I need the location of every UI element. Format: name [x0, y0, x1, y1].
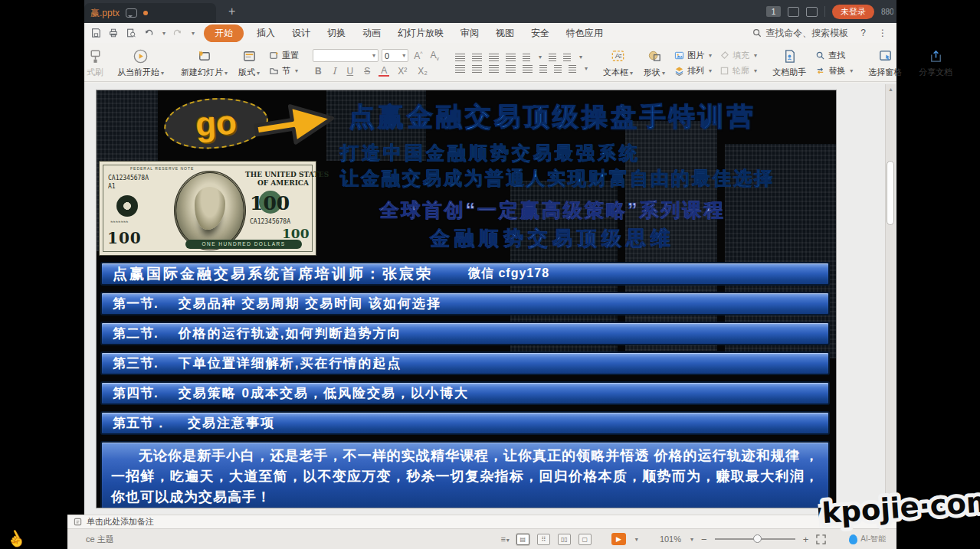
- redo-icon[interactable]: [172, 28, 183, 38]
- section-bar-3[interactable]: 第三节. 下单位置详细解析,买在行情的起点: [100, 351, 830, 375]
- paragraph-settings-icon[interactable]: [569, 65, 576, 73]
- distribute-icon[interactable]: [523, 65, 533, 73]
- undo-icon[interactable]: [143, 28, 154, 38]
- arrange-button[interactable]: 排列▾: [674, 65, 712, 77]
- subscript-button[interactable]: X₂: [415, 66, 430, 77]
- zoom-out-button[interactable]: −: [701, 534, 707, 545]
- summary-box[interactable]: 无论你是新手小白，还是老手，不一样的实战精华课程，让你真正的领略并悟透 价格的运…: [100, 441, 830, 508]
- format-painter-button[interactable]: 式刷: [84, 44, 106, 81]
- zoom-slider-knob[interactable]: [753, 534, 762, 543]
- notes-bar[interactable]: 单击此处添加备注: [67, 515, 896, 528]
- zoom-options-icon[interactable]: ▾: [690, 536, 693, 543]
- replace-button[interactable]: 替换▾: [815, 65, 853, 77]
- slide-subtitle-2[interactable]: 让金融交易成为普通人实现财富自由的最佳选择: [340, 166, 775, 191]
- reset-button[interactable]: 重置: [269, 50, 299, 61]
- justify-icon[interactable]: [506, 65, 516, 73]
- document-tab[interactable]: 赢.pptx: [84, 3, 216, 23]
- indent-right-icon[interactable]: [554, 65, 562, 73]
- scrollbar-thumb[interactable]: [887, 161, 894, 225]
- layout-button[interactable]: 版式▾: [233, 44, 265, 81]
- tab-view[interactable]: 视图: [496, 27, 514, 40]
- indent-left-icon[interactable]: [539, 65, 547, 73]
- tab-special-apps[interactable]: 特色应用: [566, 27, 603, 40]
- slide-tagline-2[interactable]: 金融顺势交易顶级思维: [326, 225, 778, 252]
- comment-bubble-icon[interactable]: [126, 8, 137, 18]
- find-button[interactable]: 查找: [815, 50, 853, 61]
- zoom-in-button[interactable]: +: [803, 534, 809, 545]
- slide-sorter-view-button[interactable]: ⠿: [537, 534, 550, 545]
- grow-font-button[interactable]: A^: [411, 51, 424, 61]
- notes-toggle-icon[interactable]: ≡▾: [500, 534, 508, 544]
- print-icon[interactable]: [108, 28, 119, 38]
- text-direction-icon[interactable]: [523, 54, 530, 61]
- play-from-current-button[interactable]: 从当前开始▾: [112, 44, 169, 81]
- align-center-icon[interactable]: [472, 65, 482, 73]
- help-button[interactable]: ?: [860, 28, 866, 38]
- tab-animations[interactable]: 动画: [362, 27, 381, 40]
- print-preview-icon[interactable]: [126, 28, 136, 38]
- scroll-up-icon[interactable]: ▲: [886, 87, 896, 92]
- selection-pane-button[interactable]: 选择窗格: [863, 44, 907, 81]
- italic-button[interactable]: I: [330, 66, 339, 77]
- section-bar-2[interactable]: 第二节. 价格的运行轨迹,如何判断趋势方向: [100, 322, 830, 345]
- underline-button[interactable]: U: [344, 66, 356, 77]
- integrate-icon[interactable]: [788, 7, 799, 17]
- vertical-scrollbar[interactable]: ▲: [885, 84, 896, 513]
- strikethrough-button[interactable]: S: [362, 66, 372, 77]
- tab-insert[interactable]: 插入: [257, 27, 275, 40]
- login-button[interactable]: 未登录: [832, 5, 874, 19]
- numbered-list-icon[interactable]: [472, 54, 482, 61]
- slideshow-play-button[interactable]: ▶: [611, 533, 626, 545]
- font-color-button[interactable]: A: [379, 66, 389, 77]
- section-button[interactable]: 节▾: [269, 65, 299, 77]
- section-bar-4[interactable]: 第四节. 交易策略 0成本交易，低风险交易，以小博大: [100, 381, 830, 405]
- slideshow-options-icon[interactable]: ▾: [635, 536, 638, 543]
- picture-button[interactable]: 图片▾: [674, 50, 712, 61]
- share-doc-button[interactable]: 分享文档: [913, 44, 958, 81]
- new-tab-button[interactable]: +: [228, 5, 235, 18]
- bullet-list-icon[interactable]: [455, 54, 465, 61]
- zoom-level[interactable]: 101%: [660, 534, 681, 544]
- reading-view-button[interactable]: ▢: [578, 534, 592, 545]
- textbox-button[interactable]: A 文本框▾: [598, 44, 638, 81]
- shapes-button[interactable]: 形状▾: [638, 44, 670, 81]
- align-right-icon[interactable]: [489, 65, 499, 73]
- shrink-font-button[interactable]: Av: [428, 50, 442, 61]
- line-spacing-icon[interactable]: [563, 54, 571, 61]
- more-menu-button[interactable]: ⋮: [878, 28, 887, 38]
- fill-button[interactable]: 填充▾: [719, 50, 757, 61]
- tab-design[interactable]: 设计: [292, 27, 310, 40]
- align-text-icon[interactable]: [549, 54, 556, 61]
- window-count-badge[interactable]: 1: [766, 6, 781, 17]
- normal-view-button[interactable]: ▤: [516, 534, 529, 545]
- tab-slideshow[interactable]: 幻灯片放映: [398, 27, 444, 40]
- section-bar-5[interactable]: 第五节． 交易注意事项: [100, 411, 830, 435]
- bold-button[interactable]: B: [313, 66, 324, 77]
- slide-tagline-1[interactable]: 全球首创“一定赢高级策略”系列课程: [326, 198, 778, 223]
- decrease-indent-icon[interactable]: [489, 54, 499, 61]
- zoom-slider[interactable]: [715, 538, 795, 540]
- tab-security[interactable]: 安全: [531, 27, 549, 40]
- slide-title[interactable]: 点赢金融交易顶级操盘手特训营: [326, 100, 778, 135]
- two-page-view-button[interactable]: ▯▯: [558, 534, 571, 545]
- tab-home[interactable]: 开始: [204, 25, 244, 42]
- doc-assistant-button[interactable]: 文档助手: [767, 44, 811, 81]
- outline-button[interactable]: 轮廓▾: [719, 65, 757, 77]
- slide[interactable]: go 点赢金融交易顶级操盘手特训营 打造中国金融顺势交易最强系统 让金融交易成为…: [96, 90, 837, 508]
- tab-transitions[interactable]: 切换: [327, 27, 346, 40]
- customize-toolbar-icon[interactable]: ▾: [192, 30, 195, 37]
- slide-subtitle-1[interactable]: 打造中国金融顺势交易最强系统: [340, 141, 641, 165]
- save-icon[interactable]: [90, 28, 101, 38]
- trainer-bar[interactable]: 点赢国际金融交易系统首席培训师： 张宸荣 微信 cfgy178: [100, 262, 830, 286]
- tab-review[interactable]: 审阅: [461, 27, 479, 40]
- superscript-button[interactable]: X²: [395, 66, 409, 77]
- align-left-icon[interactable]: [455, 65, 465, 73]
- section-bar-1[interactable]: 第一节. 交易品种 交易周期 交易时间 该如何选择: [100, 292, 830, 315]
- font-size-select[interactable]: 0▾: [382, 49, 408, 62]
- font-name-select[interactable]: ▾: [313, 49, 379, 62]
- undo-caret-icon[interactable]: ▾: [162, 30, 166, 37]
- minimize-window-icon[interactable]: [806, 7, 818, 17]
- increase-indent-icon[interactable]: [506, 54, 516, 61]
- new-slide-button[interactable]: 新建幻灯片▾: [175, 44, 233, 81]
- command-search[interactable]: 查找命令、搜索模板: [752, 27, 848, 40]
